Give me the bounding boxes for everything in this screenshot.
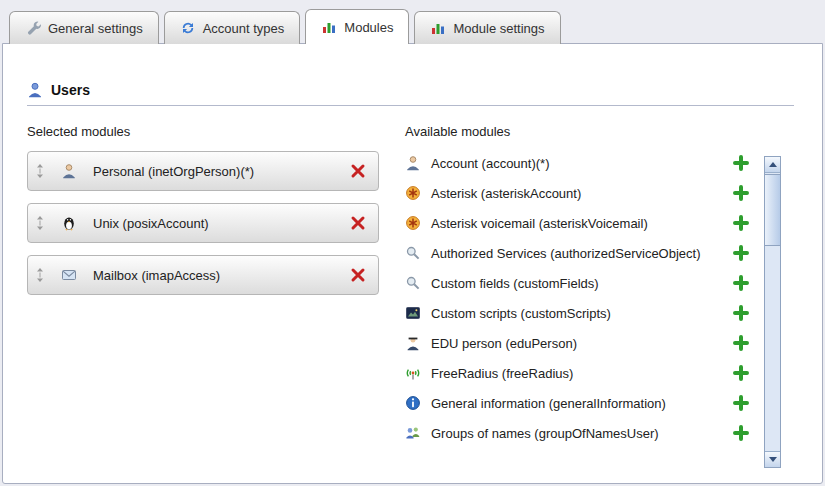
add-module-button[interactable]	[733, 275, 749, 291]
module-label: General information (generalInformation)	[431, 396, 666, 411]
available-module-row: Custom scripts (customScripts)	[405, 298, 757, 328]
remove-module-button[interactable]	[350, 267, 366, 283]
module-label: Unix (posixAccount)	[93, 216, 209, 231]
available-module-row: Account (account)(*)	[405, 148, 757, 178]
add-module-button[interactable]	[733, 155, 749, 171]
available-module-row: Asterisk voicemail (asteriskVoicemail)	[405, 208, 757, 238]
tab-module-settings[interactable]: Module settings	[414, 11, 560, 44]
person-icon	[405, 155, 421, 171]
radio-waves-icon	[405, 365, 421, 381]
section-header-users: Users	[27, 82, 794, 106]
add-module-button[interactable]	[733, 395, 749, 411]
tab-label: General settings	[48, 21, 143, 36]
selected-modules-column: Selected modules Personal (inetOrgPerson…	[27, 124, 379, 295]
drag-handle-icon[interactable]	[35, 215, 45, 231]
selected-module-row-unix[interactable]: Unix (posixAccount)	[27, 203, 379, 243]
module-label: Asterisk voicemail (asteriskVoicemail)	[431, 216, 648, 231]
scroll-down-button[interactable]	[765, 451, 780, 467]
selected-module-row-personal[interactable]: Personal (inetOrgPerson)(*)	[27, 151, 379, 191]
available-modules-list: Account (account)(*) Asterisk (asteriskA…	[405, 148, 757, 448]
bar-chart-icon	[321, 19, 337, 35]
available-modules-heading: Available modules	[405, 124, 757, 139]
magnifier-icon	[405, 275, 421, 291]
available-modules-scrollbar[interactable]	[764, 156, 781, 468]
available-module-row: General information (generalInformation)	[405, 388, 757, 418]
add-module-button[interactable]	[733, 425, 749, 441]
module-label: Custom fields (customFields)	[431, 276, 599, 291]
available-module-row: Groups of names (groupOfNamesUser)	[405, 418, 757, 448]
tab-label: Modules	[344, 20, 393, 35]
drag-handle-icon[interactable]	[35, 163, 45, 179]
tab-modules[interactable]: Modules	[305, 9, 409, 44]
available-module-row: EDU person (eduPerson)	[405, 328, 757, 358]
module-label: Personal (inetOrgPerson)(*)	[93, 164, 254, 179]
bar-chart-icon	[430, 20, 446, 36]
add-module-button[interactable]	[733, 215, 749, 231]
drag-handle-icon[interactable]	[35, 267, 45, 283]
available-module-row: Authorized Services (authorizedServiceOb…	[405, 238, 757, 268]
module-label: Groups of names (groupOfNamesUser)	[431, 426, 659, 441]
magnifier-icon	[405, 245, 421, 261]
add-module-button[interactable]	[733, 245, 749, 261]
penguin-icon	[61, 215, 77, 231]
module-label: Asterisk (asteriskAccount)	[431, 186, 581, 201]
page-title: Users	[51, 82, 90, 98]
remove-module-button[interactable]	[350, 215, 366, 231]
selected-modules-heading: Selected modules	[27, 124, 379, 139]
available-modules-column: Available modules Account (account)(*) A…	[405, 124, 757, 448]
selected-module-row-mailbox[interactable]: Mailbox (imapAccess)	[27, 255, 379, 295]
scroll-up-button[interactable]	[765, 157, 780, 173]
scrollbar-thumb[interactable]	[765, 174, 780, 246]
graduate-icon	[405, 335, 421, 351]
module-label: EDU person (eduPerson)	[431, 336, 577, 351]
module-label: Mailbox (imapAccess)	[93, 268, 220, 283]
tab-label: Account types	[203, 21, 285, 36]
available-module-row: Asterisk (asteriskAccount)	[405, 178, 757, 208]
sync-arrows-icon	[180, 20, 196, 36]
tab-label: Module settings	[453, 21, 544, 36]
tab-general-settings[interactable]: General settings	[9, 11, 159, 44]
add-module-button[interactable]	[733, 305, 749, 321]
group-icon	[405, 425, 421, 441]
add-module-button[interactable]	[733, 185, 749, 201]
person-icon	[61, 163, 77, 179]
remove-module-button[interactable]	[350, 163, 366, 179]
module-label: Authorized Services (authorizedServiceOb…	[431, 246, 701, 261]
add-module-button[interactable]	[733, 365, 749, 381]
available-module-row: FreeRadius (freeRadius)	[405, 358, 757, 388]
wrench-icon	[25, 20, 41, 36]
arrow-up-icon	[769, 162, 777, 167]
modules-panel: Users Selected modules Personal (inetOrg…	[2, 43, 823, 484]
module-label: Account (account)(*)	[431, 156, 550, 171]
module-label: Custom scripts (customScripts)	[431, 306, 611, 321]
add-module-button[interactable]	[733, 335, 749, 351]
mail-icon	[61, 267, 77, 283]
asterisk-icon	[405, 185, 421, 201]
info-icon	[405, 395, 421, 411]
tab-bar: General settings Account types Modules M…	[9, 9, 561, 44]
script-icon	[405, 305, 421, 321]
available-module-row: Custom fields (customFields)	[405, 268, 757, 298]
tab-account-types[interactable]: Account types	[164, 11, 301, 44]
asterisk-icon	[405, 215, 421, 231]
module-label: FreeRadius (freeRadius)	[431, 366, 573, 381]
arrow-down-icon	[769, 457, 777, 462]
user-icon	[27, 82, 43, 98]
